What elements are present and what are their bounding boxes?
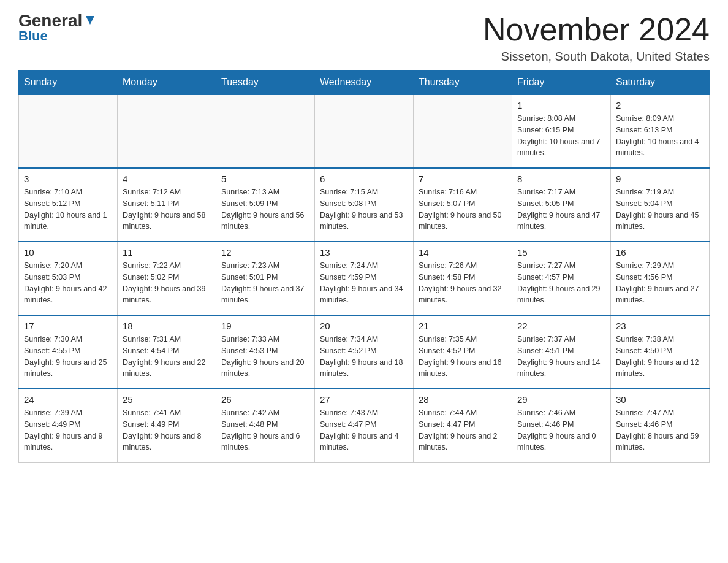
location: Sisseton, South Dakota, United States — [483, 50, 710, 64]
day-number: 23 — [616, 321, 704, 331]
day-number: 20 — [320, 321, 408, 331]
calendar-week-row: 1Sunrise: 8:08 AMSunset: 6:15 PMDaylight… — [19, 94, 710, 168]
calendar-cell: 16Sunrise: 7:29 AMSunset: 4:56 PMDayligh… — [611, 242, 710, 315]
calendar-week-row: 10Sunrise: 7:20 AMSunset: 5:03 PMDayligh… — [19, 242, 710, 315]
calendar-cell — [216, 94, 315, 168]
day-number: 24 — [24, 394, 112, 405]
day-info: Sunrise: 8:08 AMSunset: 6:15 PMDaylight:… — [517, 113, 605, 159]
column-header-sunday: Sunday — [19, 71, 118, 95]
day-number: 5 — [221, 174, 309, 184]
calendar-cell: 9Sunrise: 7:19 AMSunset: 5:04 PMDaylight… — [611, 168, 710, 242]
column-header-monday: Monday — [118, 71, 216, 95]
logo-blue: Blue — [18, 28, 48, 44]
calendar-cell: 26Sunrise: 7:42 AMSunset: 4:48 PMDayligh… — [216, 389, 315, 462]
day-number: 25 — [123, 394, 211, 405]
column-header-wednesday: Wednesday — [315, 71, 414, 95]
calendar-cell: 21Sunrise: 7:35 AMSunset: 4:52 PMDayligh… — [414, 315, 512, 389]
day-info: Sunrise: 7:47 AMSunset: 4:46 PMDaylight:… — [616, 407, 704, 453]
day-number: 12 — [221, 247, 309, 258]
calendar-cell: 7Sunrise: 7:16 AMSunset: 5:07 PMDaylight… — [414, 168, 512, 242]
calendar-cell: 4Sunrise: 7:12 AMSunset: 5:11 PMDaylight… — [118, 168, 216, 242]
calendar-cell: 30Sunrise: 7:47 AMSunset: 4:46 PMDayligh… — [611, 389, 710, 462]
day-info: Sunrise: 7:34 AMSunset: 4:52 PMDaylight:… — [320, 334, 408, 380]
day-number: 16 — [616, 247, 704, 258]
calendar-week-row: 24Sunrise: 7:39 AMSunset: 4:49 PMDayligh… — [19, 389, 710, 462]
day-info: Sunrise: 7:43 AMSunset: 4:47 PMDaylight:… — [320, 407, 408, 453]
calendar-cell: 19Sunrise: 7:33 AMSunset: 4:53 PMDayligh… — [216, 315, 315, 389]
day-info: Sunrise: 7:10 AMSunset: 5:12 PMDaylight:… — [24, 186, 112, 232]
day-number: 28 — [419, 394, 507, 405]
day-info: Sunrise: 7:22 AMSunset: 5:02 PMDaylight:… — [123, 260, 211, 306]
day-number: 26 — [221, 394, 309, 405]
day-info: Sunrise: 7:46 AMSunset: 4:46 PMDaylight:… — [517, 407, 605, 453]
calendar-cell: 27Sunrise: 7:43 AMSunset: 4:47 PMDayligh… — [315, 389, 414, 462]
day-info: Sunrise: 7:20 AMSunset: 5:03 PMDaylight:… — [24, 260, 112, 306]
day-number: 4 — [123, 174, 211, 184]
calendar-cell: 29Sunrise: 7:46 AMSunset: 4:46 PMDayligh… — [512, 389, 611, 462]
day-info: Sunrise: 7:35 AMSunset: 4:52 PMDaylight:… — [419, 334, 507, 380]
calendar-cell: 6Sunrise: 7:15 AMSunset: 5:08 PMDaylight… — [315, 168, 414, 242]
day-info: Sunrise: 7:27 AMSunset: 4:57 PMDaylight:… — [517, 260, 605, 306]
day-info: Sunrise: 7:41 AMSunset: 4:49 PMDaylight:… — [123, 407, 211, 453]
day-info: Sunrise: 7:33 AMSunset: 4:53 PMDaylight:… — [221, 334, 309, 380]
calendar-cell: 13Sunrise: 7:24 AMSunset: 4:59 PMDayligh… — [315, 242, 414, 315]
day-info: Sunrise: 7:23 AMSunset: 5:01 PMDaylight:… — [221, 260, 309, 306]
day-number: 21 — [419, 321, 507, 331]
calendar-table: SundayMondayTuesdayWednesdayThursdayFrid… — [18, 70, 710, 463]
day-number: 29 — [517, 394, 605, 405]
day-info: Sunrise: 7:16 AMSunset: 5:07 PMDaylight:… — [419, 186, 507, 232]
day-info: Sunrise: 7:29 AMSunset: 4:56 PMDaylight:… — [616, 260, 704, 306]
logo: General Blue — [18, 12, 97, 44]
calendar-cell: 5Sunrise: 7:13 AMSunset: 5:09 PMDaylight… — [216, 168, 315, 242]
calendar-header-row: SundayMondayTuesdayWednesdayThursdayFrid… — [19, 71, 710, 95]
day-info: Sunrise: 7:13 AMSunset: 5:09 PMDaylight:… — [221, 186, 309, 232]
day-number: 2 — [616, 100, 704, 110]
calendar-cell: 28Sunrise: 7:44 AMSunset: 4:47 PMDayligh… — [414, 389, 512, 462]
logo-general: General — [18, 12, 82, 29]
day-info: Sunrise: 7:12 AMSunset: 5:11 PMDaylight:… — [123, 186, 211, 232]
calendar-cell: 1Sunrise: 8:08 AMSunset: 6:15 PMDaylight… — [512, 94, 611, 168]
title-section: November 2024 Sisseton, South Dakota, Un… — [483, 12, 710, 64]
day-number: 17 — [24, 321, 112, 331]
day-info: Sunrise: 7:37 AMSunset: 4:51 PMDaylight:… — [517, 334, 605, 380]
column-header-saturday: Saturday — [611, 71, 710, 95]
day-info: Sunrise: 7:31 AMSunset: 4:54 PMDaylight:… — [123, 334, 211, 380]
calendar-cell: 18Sunrise: 7:31 AMSunset: 4:54 PMDayligh… — [118, 315, 216, 389]
day-info: Sunrise: 7:44 AMSunset: 4:47 PMDaylight:… — [419, 407, 507, 453]
logo-triangle-icon — [83, 13, 97, 27]
calendar-cell: 11Sunrise: 7:22 AMSunset: 5:02 PMDayligh… — [118, 242, 216, 315]
day-info: Sunrise: 7:17 AMSunset: 5:05 PMDaylight:… — [517, 186, 605, 232]
calendar-cell — [414, 94, 512, 168]
day-info: Sunrise: 7:39 AMSunset: 4:49 PMDaylight:… — [24, 407, 112, 453]
day-info: Sunrise: 7:30 AMSunset: 4:55 PMDaylight:… — [24, 334, 112, 380]
calendar-week-row: 17Sunrise: 7:30 AMSunset: 4:55 PMDayligh… — [19, 315, 710, 389]
day-number: 22 — [517, 321, 605, 331]
day-number: 9 — [616, 174, 704, 184]
calendar-cell: 22Sunrise: 7:37 AMSunset: 4:51 PMDayligh… — [512, 315, 611, 389]
day-info: Sunrise: 7:42 AMSunset: 4:48 PMDaylight:… — [221, 407, 309, 453]
day-number: 13 — [320, 247, 408, 258]
column-header-friday: Friday — [512, 71, 611, 95]
calendar-cell: 10Sunrise: 7:20 AMSunset: 5:03 PMDayligh… — [19, 242, 118, 315]
day-number: 14 — [419, 247, 507, 258]
day-number: 11 — [123, 247, 211, 258]
day-number: 18 — [123, 321, 211, 331]
calendar-cell — [315, 94, 414, 168]
day-info: Sunrise: 7:15 AMSunset: 5:08 PMDaylight:… — [320, 186, 408, 232]
day-number: 15 — [517, 247, 605, 258]
day-number: 19 — [221, 321, 309, 331]
day-number: 7 — [419, 174, 507, 184]
month-title: November 2024 — [483, 12, 710, 47]
calendar-cell: 23Sunrise: 7:38 AMSunset: 4:50 PMDayligh… — [611, 315, 710, 389]
calendar-cell: 25Sunrise: 7:41 AMSunset: 4:49 PMDayligh… — [118, 389, 216, 462]
day-number: 1 — [517, 100, 605, 110]
day-number: 8 — [517, 174, 605, 184]
calendar-cell: 20Sunrise: 7:34 AMSunset: 4:52 PMDayligh… — [315, 315, 414, 389]
calendar-week-row: 3Sunrise: 7:10 AMSunset: 5:12 PMDaylight… — [19, 168, 710, 242]
column-header-tuesday: Tuesday — [216, 71, 315, 95]
calendar-cell: 2Sunrise: 8:09 AMSunset: 6:13 PMDaylight… — [611, 94, 710, 168]
page-header: General Blue November 2024 Sisseton, Sou… — [18, 12, 710, 64]
calendar-cell: 3Sunrise: 7:10 AMSunset: 5:12 PMDaylight… — [19, 168, 118, 242]
calendar-cell: 14Sunrise: 7:26 AMSunset: 4:58 PMDayligh… — [414, 242, 512, 315]
calendar-cell — [118, 94, 216, 168]
